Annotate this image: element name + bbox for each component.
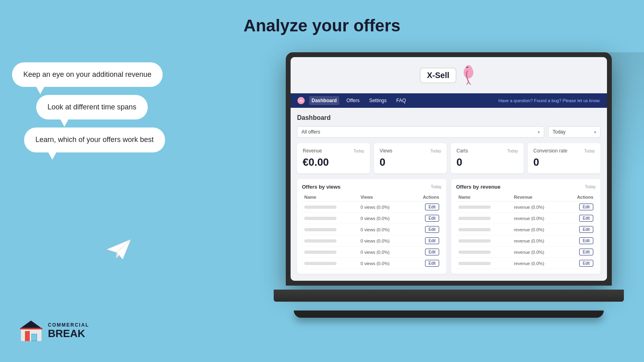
svg-rect-2 bbox=[25, 331, 30, 341]
edit-button[interactable]: Edit bbox=[579, 260, 593, 267]
stat-views-period: Today bbox=[430, 149, 441, 153]
stat-revenue: Revenue Today €0.00 bbox=[297, 143, 370, 173]
views-col-actions: Actions bbox=[410, 193, 442, 202]
nav-offers[interactable]: Offers bbox=[344, 96, 362, 105]
name-placeholder bbox=[458, 239, 491, 243]
app-header: X-Sell bbox=[291, 57, 607, 93]
nav-help-text: Have a question? Found a bug? Please let… bbox=[498, 98, 601, 103]
stat-conversion-value: 0 bbox=[533, 156, 595, 169]
views-col-views: Views bbox=[358, 193, 410, 202]
brand-logo: COMMERCIAL BREAK bbox=[20, 320, 89, 342]
table-row: 0 views (0.0%) Edit bbox=[302, 235, 442, 247]
svg-marker-1 bbox=[21, 321, 41, 328]
bubbles-area: Keep an eye on your additional revenue L… bbox=[12, 62, 165, 152]
edit-button[interactable]: Edit bbox=[425, 204, 439, 210]
revenue-col-name: Name bbox=[456, 193, 512, 202]
svg-rect-4 bbox=[20, 328, 42, 329]
name-placeholder bbox=[304, 262, 336, 265]
app-logo: X-Sell bbox=[420, 65, 478, 85]
offers-by-views-title: Offers by views bbox=[302, 184, 341, 190]
edit-button[interactable]: Edit bbox=[425, 237, 439, 244]
offers-by-revenue-title: Offers by revenue bbox=[456, 184, 501, 190]
table-row: 0 views (0.0%) Edit bbox=[302, 224, 442, 235]
filter-row: All offers ▾ Today ▾ bbox=[297, 126, 601, 138]
nav-faq[interactable]: FAQ bbox=[394, 96, 409, 105]
bubble-timespan: Look at different time spans bbox=[36, 95, 148, 119]
revenue-col-revenue: Revenue bbox=[512, 193, 564, 202]
edit-button[interactable]: Edit bbox=[425, 215, 439, 222]
name-placeholder bbox=[304, 217, 336, 220]
table-row: 0 views (0.0%) Edit bbox=[302, 202, 442, 213]
name-placeholder bbox=[304, 251, 336, 254]
table-row: revenue (0.0%) Edit bbox=[456, 247, 596, 258]
table-row: revenue (0.0%) Edit bbox=[456, 235, 596, 247]
edit-button[interactable]: Edit bbox=[579, 215, 593, 222]
dashboard-body: Dashboard All offers ▾ Today ▾ bbox=[291, 108, 607, 281]
nav-bar: Dashboard Offers Settings FAQ Have a que… bbox=[291, 93, 607, 108]
edit-button[interactable]: Edit bbox=[579, 204, 593, 210]
bubble-offers: Learn, which of your offers work best bbox=[24, 128, 165, 152]
stat-revenue-period: Today bbox=[353, 149, 364, 153]
offers-by-views-period: Today bbox=[431, 185, 442, 189]
app-screen: X-Sell bbox=[291, 57, 607, 281]
stat-conversion: Conversion rate Today 0 bbox=[528, 143, 601, 173]
name-placeholder bbox=[458, 228, 491, 231]
nav-links: Dashboard Offers Settings FAQ bbox=[309, 96, 409, 105]
app-logo-text: X-Sell bbox=[420, 68, 457, 83]
table-row: revenue (0.0%) Edit bbox=[456, 224, 596, 235]
period-filter[interactable]: Today ▾ bbox=[548, 126, 601, 138]
edit-button[interactable]: Edit bbox=[579, 226, 593, 233]
stat-conversion-label: Conversion rate bbox=[533, 148, 568, 154]
edit-button[interactable]: Edit bbox=[425, 226, 439, 233]
laptop-foot bbox=[294, 311, 604, 318]
table-row: 0 views (0.0%) Edit bbox=[302, 247, 442, 258]
name-placeholder bbox=[458, 206, 491, 209]
offers-by-revenue-period: Today bbox=[585, 185, 596, 189]
chevron-down-icon: ▾ bbox=[594, 130, 596, 134]
name-placeholder bbox=[458, 262, 491, 265]
edit-button[interactable]: Edit bbox=[579, 237, 593, 244]
views-table: Name Views Actions 0 views (0.0%) Edit 0… bbox=[302, 193, 442, 269]
chevron-down-icon: ▾ bbox=[538, 130, 540, 134]
table-row: revenue (0.0%) Edit bbox=[456, 202, 596, 213]
table-row: revenue (0.0%) Edit bbox=[456, 258, 596, 269]
laptop-screen: X-Sell bbox=[286, 52, 612, 286]
nav-settings[interactable]: Settings bbox=[367, 96, 389, 105]
stat-revenue-label: Revenue bbox=[303, 148, 322, 154]
name-placeholder bbox=[304, 228, 336, 231]
nav-dashboard[interactable]: Dashboard bbox=[309, 96, 339, 105]
table-row: 0 views (0.0%) Edit bbox=[302, 213, 442, 224]
edit-button[interactable]: Edit bbox=[579, 249, 593, 255]
revenue-table: Name Revenue Actions revenue (0.0%) Edit… bbox=[456, 193, 596, 269]
svg-rect-0 bbox=[21, 328, 41, 341]
offers-by-views-card: Offers by views Today Name Views Actions bbox=[297, 179, 446, 274]
laptop-frame: X-Sell bbox=[274, 52, 624, 334]
stat-carts: Carts Today 0 bbox=[451, 143, 524, 173]
name-placeholder bbox=[458, 217, 491, 220]
tables-row: Offers by views Today Name Views Actions bbox=[297, 179, 601, 274]
stat-views-value: 0 bbox=[380, 156, 441, 169]
stat-carts-period: Today bbox=[507, 149, 518, 153]
dashboard-title: Dashboard bbox=[297, 114, 601, 121]
offers-by-revenue-card: Offers by revenue Today Name Revenue Act… bbox=[451, 179, 601, 274]
page-title: Analyze your offers bbox=[0, 0, 644, 35]
revenue-col-actions: Actions bbox=[564, 193, 596, 202]
laptop-base bbox=[274, 290, 624, 302]
views-col-name: Name bbox=[302, 193, 358, 202]
name-placeholder bbox=[458, 251, 491, 254]
brand-logo-text: COMMERCIAL BREAK bbox=[48, 323, 89, 339]
stat-carts-value: 0 bbox=[456, 156, 518, 169]
svg-point-9 bbox=[467, 67, 468, 68]
offers-filter[interactable]: All offers ▾ bbox=[297, 126, 544, 138]
stat-revenue-value: €0.00 bbox=[303, 156, 364, 169]
stat-views: Views Today 0 bbox=[374, 143, 447, 173]
edit-button[interactable]: Edit bbox=[425, 249, 439, 255]
stat-conversion-period: Today bbox=[584, 149, 595, 153]
name-placeholder bbox=[304, 206, 336, 209]
edit-button[interactable]: Edit bbox=[425, 260, 439, 267]
svg-rect-5 bbox=[32, 334, 37, 341]
table-row: 0 views (0.0%) Edit bbox=[302, 258, 442, 269]
table-row: revenue (0.0%) Edit bbox=[456, 213, 596, 224]
paper-plane-icon bbox=[105, 237, 133, 261]
bubble-revenue: Keep an eye on your additional revenue bbox=[12, 62, 163, 87]
